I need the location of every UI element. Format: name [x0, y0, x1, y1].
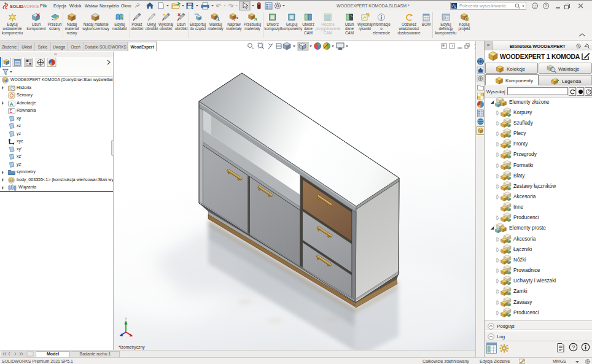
svg-text:SOLID: SOLID: [10, 4, 23, 9]
svg-text:A: A: [10, 101, 14, 106]
svg-text:WORKS: WORKS: [23, 4, 39, 9]
svg-text:?: ?: [545, 3, 547, 9]
svg-text:?: ?: [572, 344, 575, 350]
svg-text:?: ?: [588, 90, 590, 94]
svg-text:Σ: Σ: [10, 109, 13, 114]
svg-text:*Izometryczny: *Izometryczny: [119, 345, 145, 350]
